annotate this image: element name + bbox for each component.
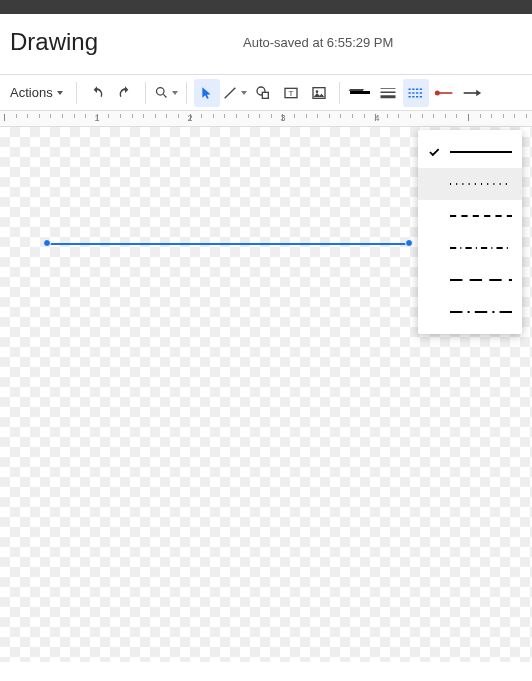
select-tool[interactable] — [194, 79, 220, 107]
dash-preview-dashed-long — [450, 272, 512, 288]
dash-preview-long-dash-dot — [450, 304, 512, 320]
actions-menu[interactable]: Actions — [8, 79, 69, 107]
line-end-icon — [462, 88, 482, 98]
caret-down-icon — [241, 91, 247, 95]
svg-line-2 — [225, 87, 236, 98]
toolbar: Actions T — [0, 75, 532, 111]
shape-tool[interactable] — [250, 79, 276, 107]
dash-option-dashed-long[interactable] — [418, 264, 522, 296]
svg-point-8 — [315, 90, 318, 93]
divider — [186, 82, 187, 104]
svg-line-1 — [163, 94, 166, 97]
cursor-icon — [200, 86, 214, 100]
zoom-icon — [154, 85, 169, 100]
line-end-button[interactable] — [459, 79, 485, 107]
check-icon — [426, 145, 442, 159]
redo-button[interactable] — [112, 79, 138, 107]
undo-button[interactable] — [84, 79, 110, 107]
dash-preview-dotted — [450, 176, 512, 192]
textbox-icon: T — [283, 85, 299, 101]
redo-icon — [117, 85, 133, 101]
line-start-icon — [434, 88, 454, 98]
header: Drawing Auto-saved at 6:55:29 PM — [0, 14, 532, 75]
drawn-line[interactable] — [47, 243, 409, 245]
dash-preview-solid — [450, 144, 512, 160]
line-dash-button[interactable] — [403, 79, 429, 107]
line-handle-end[interactable] — [405, 239, 413, 247]
caret-down-icon — [57, 91, 63, 95]
divider — [145, 82, 146, 104]
line-weight-button[interactable] — [375, 79, 401, 107]
line-color-icon — [350, 91, 370, 94]
svg-text:T: T — [288, 89, 293, 98]
actions-label: Actions — [10, 85, 53, 100]
divider — [76, 82, 77, 104]
window-top-bar — [0, 0, 532, 14]
line-weight-icon — [379, 86, 397, 100]
dash-option-dashed-short[interactable] — [418, 200, 522, 232]
line-tool[interactable] — [222, 79, 248, 107]
line-color-button[interactable] — [347, 79, 373, 107]
image-tool[interactable] — [306, 79, 332, 107]
line-dash-icon — [407, 86, 425, 100]
dash-option-solid[interactable] — [418, 136, 522, 168]
dash-option-dotted[interactable] — [418, 168, 522, 200]
divider — [339, 82, 340, 104]
dash-preview-dash-dot — [450, 240, 512, 256]
textbox-tool[interactable]: T — [278, 79, 304, 107]
svg-rect-4 — [262, 92, 268, 98]
page-title: Drawing — [10, 28, 98, 56]
image-icon — [311, 85, 327, 101]
dash-option-dash-dot[interactable] — [418, 232, 522, 264]
zoom-button[interactable] — [153, 79, 179, 107]
horizontal-ruler: 1 2 3 4 — [0, 111, 532, 127]
dash-preview-dashed-short — [450, 208, 512, 224]
autosave-status: Auto-saved at 6:55:29 PM — [243, 35, 393, 50]
svg-point-0 — [156, 88, 164, 96]
dash-option-long-dash-dot[interactable] — [418, 296, 522, 328]
line-handle-start[interactable] — [43, 239, 51, 247]
undo-icon — [89, 85, 105, 101]
line-dash-dropdown — [418, 130, 522, 334]
line-start-button[interactable] — [431, 79, 457, 107]
line-icon — [222, 85, 238, 101]
caret-down-icon — [172, 91, 178, 95]
shape-icon — [255, 85, 271, 101]
